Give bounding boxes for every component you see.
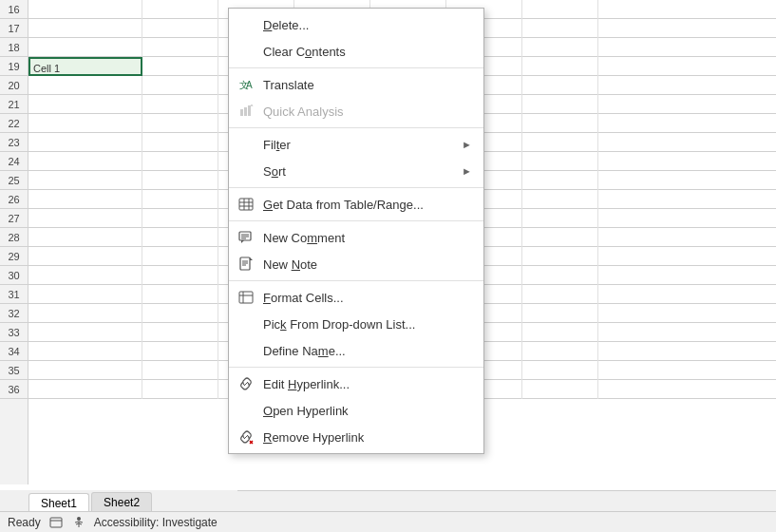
- grid-cell[interactable]: [522, 247, 598, 266]
- grid-cell[interactable]: [522, 209, 598, 228]
- grid-cell[interactable]: [522, 114, 598, 133]
- grid-cell[interactable]: [522, 0, 598, 19]
- separator: [229, 367, 483, 368]
- menu-label: Get Data from Table/Range...: [263, 198, 424, 212]
- grid-cell[interactable]: [522, 380, 598, 399]
- status-ready: Ready: [8, 516, 41, 529]
- menu-item-open-hyperlink[interactable]: Open Hyperlink: [229, 397, 483, 424]
- menu-item-sort[interactable]: Sort ►: [229, 158, 483, 184]
- grid-cell[interactable]: [142, 19, 218, 38]
- menu-item-edit-hyperlink[interactable]: Edit Hyperlink...: [229, 370, 483, 397]
- menu-item-translate[interactable]: 文 A Translate: [229, 71, 483, 98]
- row-header-31: 31: [0, 285, 28, 304]
- menu-item-remove-hyperlink[interactable]: Remove Hyperlink: [229, 424, 483, 450]
- grid-cell[interactable]: [522, 171, 598, 190]
- status-icon: [48, 515, 64, 530]
- menu-item-delete[interactable]: Delete...: [229, 11, 483, 38]
- grid-cell[interactable]: [522, 304, 598, 323]
- grid-cell[interactable]: [142, 342, 218, 361]
- grid-cell[interactable]: [522, 152, 598, 171]
- menu-item-define-name[interactable]: Define Name...: [229, 337, 483, 364]
- grid-cell[interactable]: [28, 247, 142, 266]
- grid-cell[interactable]: [142, 209, 218, 228]
- grid-cell[interactable]: [28, 228, 142, 247]
- menu-item-pick-dropdown[interactable]: Pick From Drop-down List...: [229, 311, 483, 337]
- grid-cell[interactable]: [522, 266, 598, 285]
- grid-cell[interactable]: [28, 171, 142, 190]
- separator: [229, 220, 483, 221]
- grid-cell[interactable]: [142, 152, 218, 171]
- grid-cell[interactable]: [142, 304, 218, 323]
- grid-cell[interactable]: [28, 95, 142, 114]
- grid-cell[interactable]: [522, 285, 598, 304]
- svg-point-28: [77, 517, 81, 521]
- grid-cell[interactable]: [28, 190, 142, 209]
- grid-cell[interactable]: [142, 114, 218, 133]
- grid-cell[interactable]: [28, 114, 142, 133]
- row-header-35: 35: [0, 361, 28, 380]
- separator: [229, 280, 483, 281]
- grid-cell[interactable]: [28, 285, 142, 304]
- grid-cell[interactable]: [142, 285, 218, 304]
- horizontal-scrollbar[interactable]: [237, 490, 776, 511]
- grid-cell[interactable]: [28, 266, 142, 285]
- grid-cell[interactable]: [522, 361, 598, 380]
- menu-item-new-comment[interactable]: New Comment: [229, 224, 483, 251]
- menu-item-format-cells[interactable]: Format Cells...: [229, 284, 483, 311]
- grid-cell[interactable]: [522, 342, 598, 361]
- grid-cell[interactable]: [522, 38, 598, 57]
- svg-rect-5: [239, 199, 253, 210]
- selected-cell[interactable]: Cell 1: [28, 57, 142, 76]
- grid-cell[interactable]: [28, 0, 142, 19]
- grid-cell[interactable]: [522, 95, 598, 114]
- grid-cell[interactable]: [142, 38, 218, 57]
- grid-cell[interactable]: [522, 57, 598, 76]
- menu-item-new-note[interactable]: New Note: [229, 251, 483, 277]
- menu-label: Define Name...: [263, 344, 346, 358]
- grid-cell[interactable]: [28, 342, 142, 361]
- grid-cell[interactable]: [142, 361, 218, 380]
- row-header-16: 16: [0, 0, 28, 19]
- grid-cell[interactable]: [142, 57, 218, 76]
- grid-cell[interactable]: [522, 133, 598, 152]
- grid-cell[interactable]: [142, 95, 218, 114]
- grid-cell[interactable]: [28, 152, 142, 171]
- remove-hyperlink-icon: [237, 428, 256, 446]
- sheet-tab-sheet2[interactable]: Sheet2: [91, 492, 152, 511]
- translate-icon: 文 A: [237, 75, 256, 94]
- grid-cell[interactable]: [28, 19, 142, 38]
- grid-cell[interactable]: [28, 76, 142, 95]
- menu-item-get-data[interactable]: Get Data from Table/Range...: [229, 191, 483, 218]
- grid-cell[interactable]: [28, 133, 142, 152]
- grid-cell[interactable]: [28, 38, 142, 57]
- grid-cell[interactable]: [28, 323, 142, 342]
- grid-cell[interactable]: [142, 228, 218, 247]
- grid-cell[interactable]: [28, 209, 142, 228]
- grid-cell[interactable]: [28, 304, 142, 323]
- grid-cell[interactable]: [522, 323, 598, 342]
- separator: [229, 67, 483, 68]
- separator: [229, 127, 483, 128]
- grid-cell[interactable]: [522, 190, 598, 209]
- grid-cell[interactable]: [522, 228, 598, 247]
- grid-cell[interactable]: [28, 361, 142, 380]
- svg-rect-4: [248, 105, 251, 116]
- grid-cell[interactable]: [142, 76, 218, 95]
- grid-cell[interactable]: [28, 380, 142, 399]
- grid-cell[interactable]: [142, 247, 218, 266]
- row-header-20: 20: [0, 76, 28, 95]
- grid-cell[interactable]: [522, 76, 598, 95]
- grid-cell[interactable]: [142, 323, 218, 342]
- grid-cell[interactable]: [142, 266, 218, 285]
- menu-item-clear-contents[interactable]: Clear Contents: [229, 38, 483, 65]
- sheet-tab-sheet1[interactable]: Sheet1: [28, 493, 89, 512]
- grid-cell[interactable]: [142, 380, 218, 399]
- menu-item-filter[interactable]: Filter ►: [229, 131, 483, 158]
- grid-cell[interactable]: [142, 171, 218, 190]
- grid-cell[interactable]: [142, 0, 218, 19]
- grid-cell[interactable]: [522, 19, 598, 38]
- grid-cell[interactable]: [142, 133, 218, 152]
- grid-cell[interactable]: [142, 190, 218, 209]
- row-headers: 16 17 18 19 20 21 22 23 24 25 26 27 28 2…: [0, 0, 28, 484]
- svg-rect-3: [244, 107, 247, 116]
